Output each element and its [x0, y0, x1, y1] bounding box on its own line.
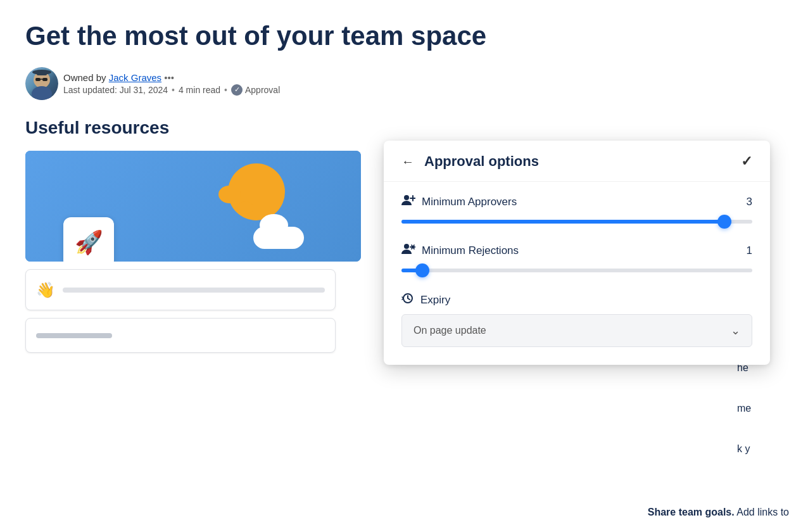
minimum-rejections-row: Minimum Rejections 1 — [401, 243, 752, 277]
svg-rect-6 — [37, 70, 47, 75]
chevron-down-icon: ⌄ — [731, 324, 740, 338]
meta-row: Owned by Jack Graves ••• Last updated: J… — [25, 67, 783, 100]
expiry-label: Expiry — [420, 294, 450, 307]
banner-bg: 🚀 — [25, 151, 361, 262]
wave-bar — [63, 288, 325, 293]
main-content: Get the most out of your team space — [0, 0, 808, 532]
owner-link[interactable]: Jack Graves — [109, 72, 161, 83]
rejections-slider[interactable] — [401, 264, 752, 277]
text-line — [36, 333, 112, 338]
meta-text: Owned by Jack Graves ••• Last updated: J… — [63, 72, 280, 96]
bottom-bar-text: Share team goals. Add links to — [648, 507, 789, 518]
last-updated: Last updated: Jul 31, 2024 • 4 min read … — [63, 84, 280, 96]
content-area: 🚀 👋 — [25, 151, 393, 353]
approvers-value: 3 — [747, 196, 752, 208]
check-button[interactable]: ✓ — [741, 153, 752, 170]
avatar — [25, 67, 58, 100]
expiry-icon — [401, 292, 414, 308]
popup-header-left: ← Approval options — [401, 153, 539, 170]
svg-point-1 — [32, 86, 52, 100]
approvers-slider-track — [401, 220, 752, 224]
approvers-slider[interactable] — [401, 215, 752, 228]
approvers-label: Minimum Approvers — [422, 196, 517, 208]
rejections-slider-track — [401, 269, 752, 272]
rejections-slider-thumb[interactable] — [415, 263, 429, 277]
rocket-card: 🚀 — [63, 217, 114, 262]
svg-point-10 — [404, 244, 409, 249]
approval-badge[interactable]: ✓ Approval — [231, 84, 280, 96]
expiry-select-text: On page update — [413, 325, 486, 336]
rejections-value: 1 — [747, 244, 752, 257]
popup-title: Approval options — [424, 153, 539, 170]
text-card — [25, 318, 336, 353]
back-button[interactable]: ← — [401, 155, 414, 169]
approvers-label-row: Minimum Approvers 3 — [401, 194, 752, 209]
rejections-label-row: Minimum Rejections 1 — [401, 243, 752, 258]
svg-rect-3 — [42, 78, 47, 81]
wave-card: 👋 — [25, 269, 336, 310]
avatar-image — [25, 67, 58, 100]
rejections-label-left: Minimum Rejections — [401, 243, 519, 258]
banner-card: 🚀 — [25, 151, 361, 262]
approval-popup: ← Approval options ✓ — [384, 141, 770, 365]
approvers-slider-thumb[interactable] — [717, 215, 731, 229]
popup-body: Minimum Approvers 3 — [384, 182, 770, 365]
svg-point-7 — [404, 195, 409, 200]
page-title: Get the most out of your team space — [25, 20, 783, 52]
wave-emoji: 👋 — [36, 281, 55, 299]
approval-badge-icon: ✓ — [231, 84, 243, 96]
svg-rect-2 — [35, 78, 41, 81]
approvers-icon — [401, 194, 415, 209]
cloud-shape — [247, 217, 310, 249]
expiry-dropdown[interactable]: On page update ⌄ — [401, 314, 752, 347]
cloud-main — [253, 227, 304, 249]
expiry-section: Expiry On page update ⌄ — [401, 292, 752, 347]
approvers-label-left: Minimum Approvers — [401, 194, 517, 209]
rejections-label: Minimum Rejections — [422, 244, 519, 257]
expiry-label-row: Expiry — [401, 292, 752, 308]
minimum-approvers-row: Minimum Approvers 3 — [401, 194, 752, 228]
owned-by: Owned by Jack Graves ••• — [63, 72, 280, 83]
section-title: Useful resources — [25, 118, 783, 138]
approvers-slider-fill — [401, 220, 724, 224]
popup-header: ← Approval options ✓ — [384, 141, 770, 182]
rejections-icon — [401, 243, 415, 258]
